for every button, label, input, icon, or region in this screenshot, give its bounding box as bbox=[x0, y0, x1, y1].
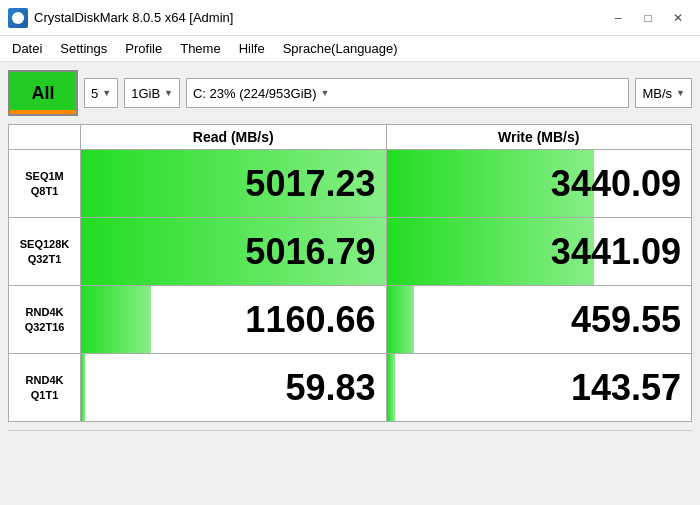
read-cell-1: 5016.79 bbox=[81, 218, 387, 286]
statusbar bbox=[8, 430, 692, 454]
controls-row: All 5 ▼ 1GiB ▼ C: 23% (224/953GiB) ▼ MB/… bbox=[8, 70, 692, 116]
test-label-3: RND4KQ1T1 bbox=[9, 354, 81, 422]
table-row: RND4KQ1T159.83143.57 bbox=[9, 354, 692, 422]
menu-item-profile[interactable]: Profile bbox=[117, 39, 170, 58]
read-value-3: 59.83 bbox=[285, 367, 375, 409]
unit-value: MB/s bbox=[642, 86, 672, 101]
test-label-0: SEQ1MQ8T1 bbox=[9, 150, 81, 218]
write-value-1: 3441.09 bbox=[551, 231, 681, 273]
size-arrow: ▼ bbox=[164, 88, 173, 98]
menu-item-hilfe[interactable]: Hilfe bbox=[231, 39, 273, 58]
read-cell-0: 5017.23 bbox=[81, 150, 387, 218]
table-row: SEQ1MQ8T15017.233440.09 bbox=[9, 150, 692, 218]
titlebar-controls: – □ ✕ bbox=[604, 6, 692, 30]
drive-value: C: 23% (224/953GiB) bbox=[193, 86, 317, 101]
label-column-header bbox=[9, 125, 81, 150]
titlebar-left: CrystalDiskMark 8.0.5 x64 [Admin] bbox=[8, 8, 233, 28]
read-cell-2: 1160.66 bbox=[81, 286, 387, 354]
minimize-button[interactable]: – bbox=[604, 6, 632, 30]
read-value-2: 1160.66 bbox=[245, 299, 375, 341]
table-header-row: Read (MB/s) Write (MB/s) bbox=[9, 125, 692, 150]
read-value-0: 5017.23 bbox=[245, 163, 375, 205]
test-label-2: RND4KQ32T16 bbox=[9, 286, 81, 354]
drive-dropdown[interactable]: C: 23% (224/953GiB) ▼ bbox=[186, 78, 629, 108]
write-value-2: 459.55 bbox=[571, 299, 681, 341]
app-icon bbox=[8, 8, 28, 28]
read-column-header: Read (MB/s) bbox=[81, 125, 387, 150]
write-cell-3: 143.57 bbox=[386, 354, 692, 422]
write-value-0: 3440.09 bbox=[551, 163, 681, 205]
main-content: All 5 ▼ 1GiB ▼ C: 23% (224/953GiB) ▼ MB/… bbox=[0, 62, 700, 462]
close-button[interactable]: ✕ bbox=[664, 6, 692, 30]
benchmark-table: Read (MB/s) Write (MB/s) SEQ1MQ8T15017.2… bbox=[8, 124, 692, 422]
unit-dropdown[interactable]: MB/s ▼ bbox=[635, 78, 692, 108]
write-cell-0: 3440.09 bbox=[386, 150, 692, 218]
test-label-1: SEQ128KQ32T1 bbox=[9, 218, 81, 286]
write-value-3: 143.57 bbox=[571, 367, 681, 409]
menubar: DateiSettingsProfileThemeHilfeSprache(La… bbox=[0, 36, 700, 62]
menu-item-settings[interactable]: Settings bbox=[52, 39, 115, 58]
runs-value: 5 bbox=[91, 86, 98, 101]
runs-dropdown[interactable]: 5 ▼ bbox=[84, 78, 118, 108]
write-cell-1: 3441.09 bbox=[386, 218, 692, 286]
maximize-button[interactable]: □ bbox=[634, 6, 662, 30]
runs-arrow: ▼ bbox=[102, 88, 111, 98]
unit-arrow: ▼ bbox=[676, 88, 685, 98]
titlebar-title: CrystalDiskMark 8.0.5 x64 [Admin] bbox=[34, 10, 233, 25]
titlebar: CrystalDiskMark 8.0.5 x64 [Admin] – □ ✕ bbox=[0, 0, 700, 36]
write-column-header: Write (MB/s) bbox=[386, 125, 692, 150]
size-dropdown[interactable]: 1GiB ▼ bbox=[124, 78, 180, 108]
menu-item-sprache[interactable]: Sprache(Language) bbox=[275, 39, 406, 58]
table-row: SEQ128KQ32T15016.793441.09 bbox=[9, 218, 692, 286]
write-cell-2: 459.55 bbox=[386, 286, 692, 354]
read-cell-3: 59.83 bbox=[81, 354, 387, 422]
table-row: RND4KQ32T161160.66459.55 bbox=[9, 286, 692, 354]
drive-arrow: ▼ bbox=[321, 88, 330, 98]
menu-item-datei[interactable]: Datei bbox=[4, 39, 50, 58]
menu-item-theme[interactable]: Theme bbox=[172, 39, 228, 58]
size-value: 1GiB bbox=[131, 86, 160, 101]
read-value-1: 5016.79 bbox=[245, 231, 375, 273]
all-button[interactable]: All bbox=[8, 70, 78, 116]
